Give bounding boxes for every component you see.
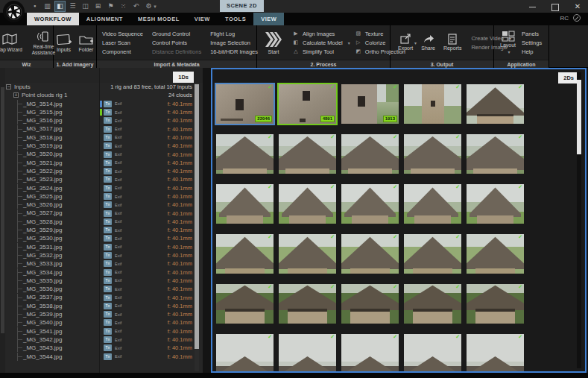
view-split-icon[interactable]: ◧ [55,1,65,11]
tree-item-image[interactable]: _MG_3537.jpg [6,293,99,301]
image-thumbnail[interactable]: ✓ [341,234,399,274]
image-thumbnail[interactable]: ✓ [341,134,399,174]
image-thumbnail[interactable]: ✓ [404,234,461,274]
tree-item-image[interactable]: _MG_3519.jpg [6,142,99,150]
menu-item-help[interactable]: Help [522,48,542,55]
tree-item-image[interactable]: _MG_3538.jpg [6,302,99,310]
view-columns-icon[interactable]: ▥ [42,1,52,11]
tree-item-image[interactable]: _MG_3524.jpg [6,184,99,192]
detail-row[interactable]: TnExiff: 40.1mm [100,125,195,133]
detail-row[interactable]: TnExiff: 40.1mm [100,150,195,158]
maximize-button[interactable] [551,2,560,11]
tab-mesh-model[interactable]: MESH MODEL [130,13,187,25]
minimize-button[interactable] [528,2,537,11]
details-scrollbar[interactable] [195,83,199,371]
image-thumbnail[interactable]: ✓ [216,284,274,324]
tree-item-image[interactable]: _MG_3514.jpg [6,100,99,108]
menu-item-component[interactable]: Component [102,48,143,55]
share-button[interactable]: Share [420,34,437,51]
tab-view-2[interactable]: VIEW [253,13,284,25]
tree-item-image[interactable]: _MG_3525.jpg [6,192,99,201]
detail-row[interactable]: TnExiff: 40.1mm [100,302,195,310]
folder-button[interactable]: Folder [77,33,96,53]
scene-tab[interactable]: SCENE 2D [220,0,264,12]
reports-button[interactable]: Reports [442,34,464,51]
menu-item-settings[interactable]: Settings [522,40,542,46]
tree-item-image[interactable]: _MG_3539.jpg [6,310,99,318]
image-thumbnail[interactable]: ✓ [216,134,274,174]
image-thumbnail[interactable]: ✓ [404,84,461,124]
tab-view[interactable]: VIEW [187,13,218,25]
image-thumbnail[interactable]: ✓ [279,284,336,324]
view-list-icon[interactable]: ☰ [68,1,78,11]
detail-row[interactable]: TnExiff: 40.1mm [100,327,195,336]
image-thumbnail[interactable]: ✓1913 [341,84,399,124]
menu-item-flight-log[interactable]: Flight Log [210,31,258,37]
detail-row[interactable]: TnExiff: 40.1mm [100,159,195,167]
detail-row[interactable]: TnExiff: 40.1mm [100,116,195,125]
details-scrollbar-thumb[interactable] [195,84,199,349]
tree-item-image[interactable]: _MG_3528.jpg [6,218,99,226]
image-thumbnail[interactable]: ✓ [216,334,274,373]
tree-item-image[interactable]: _MG_3534.jpg [6,268,99,277]
tab-workflow[interactable]: WORKFLOW [27,13,79,25]
tree-item-image[interactable]: _MG_3518.jpg [6,133,99,142]
menu-item-video-sequence[interactable]: Video Sequence [102,31,143,37]
tree-item-image[interactable]: _MG_3536.jpg [6,285,99,293]
detail-row[interactable]: TnExiff: 40.1mm [100,251,195,259]
tree-item-image[interactable]: _MG_3532.jpg [6,251,99,259]
detail-row[interactable]: TnExiff: 40.1mm [100,133,195,142]
image-thumbnail[interactable]: ✓ [404,184,461,224]
panel-tab-2ds[interactable]: 2Ds [558,72,579,84]
export-button[interactable]: Export [396,34,414,51]
menu-item-align-images[interactable]: ▶Align Images [292,31,350,37]
view-single-icon[interactable]: ▪ [30,1,39,11]
tree-item-image[interactable]: _MG_3541.jpg [6,327,99,336]
menu-item-panels[interactable]: Panels [522,31,542,37]
tree-item-image[interactable]: _MG_3543.jpg [6,344,99,352]
layout-button[interactable]: Layout [499,31,517,54]
detail-row[interactable]: TnExiff: 40.1mm [100,226,195,234]
undo-icon[interactable]: ↶ [131,1,141,11]
image-thumbnail[interactable]: ✓ [216,234,274,274]
image-thumbnail[interactable]: ✓ [279,134,336,174]
tree-root-inputs[interactable]: − Inputs [6,83,99,91]
detail-row[interactable]: TnExiff: 40.1mm [100,285,195,293]
detail-row[interactable]: TnExiff: 40.1mm [100,175,195,183]
detail-row[interactable]: TnExiff: 40.1mm [100,234,195,242]
tree-group-point-clouds[interactable]: + Point clouds rig 1 [13,91,99,99]
image-thumbnail[interactable]: ✓4891 [279,84,336,124]
image-thumbnail[interactable]: ✓ [467,284,524,324]
image-thumbnail[interactable]: ✓ [467,234,524,274]
detail-row[interactable]: TnExiff: 40.1mm [100,293,195,301]
detail-row[interactable]: TnExiff: 40.1mm [100,167,195,175]
image-thumbnail[interactable]: ✓ [341,334,399,373]
tree-item-image[interactable]: _MG_3523.jpg [6,175,99,183]
detail-row[interactable]: TnExiff: 40.1mm [100,209,195,217]
view-chart-icon[interactable]: ⚑ [106,1,116,11]
tree-item-image[interactable]: _MG_3530.jpg [6,234,99,242]
detail-row[interactable]: TnExiff: 40.1mm [100,108,195,116]
tree-item-image[interactable]: _MG_3516.jpg [6,116,99,125]
detail-row[interactable]: TnExiff: 40.1mm [100,218,195,226]
image-thumbnail[interactable]: ✓ [467,334,524,373]
tree-item-image[interactable]: _MG_3521.jpg [6,159,99,167]
image-thumbnail[interactable]: ✓ [279,334,336,373]
grid-scrollbar-thumb[interactable] [577,80,581,154]
detail-row[interactable]: TnExiff: 40.1mm [100,277,195,285]
tree-item-image[interactable]: _MG_3544.jpg [6,353,99,361]
expand-icon[interactable]: + [13,92,19,98]
detail-row[interactable]: TnExiff: 40.1mm [100,353,195,361]
grid-scrollbar[interactable] [577,72,581,368]
menu-item-16bit-hdr[interactable]: 16-bit/HDR Images [210,48,258,55]
panel-tab-1ds[interactable]: 1Ds [173,72,194,83]
detail-row[interactable]: TnExiff: 40.1mm [100,310,195,318]
image-thumbnail[interactable]: ✓ [467,134,524,174]
tab-tools[interactable]: TOOLS [218,13,253,25]
view-grid-icon[interactable]: ⁙ [118,1,128,11]
menu-item-image-selection[interactable]: Image Selection [210,40,258,46]
menu-item-ground-control[interactable]: Ground Control [152,31,201,37]
close-button[interactable]: ✕ [573,2,582,11]
inputs-button[interactable]: Inputs [54,33,74,53]
menu-item-calculate-model[interactable]: ◧Calculate Model [292,40,350,46]
